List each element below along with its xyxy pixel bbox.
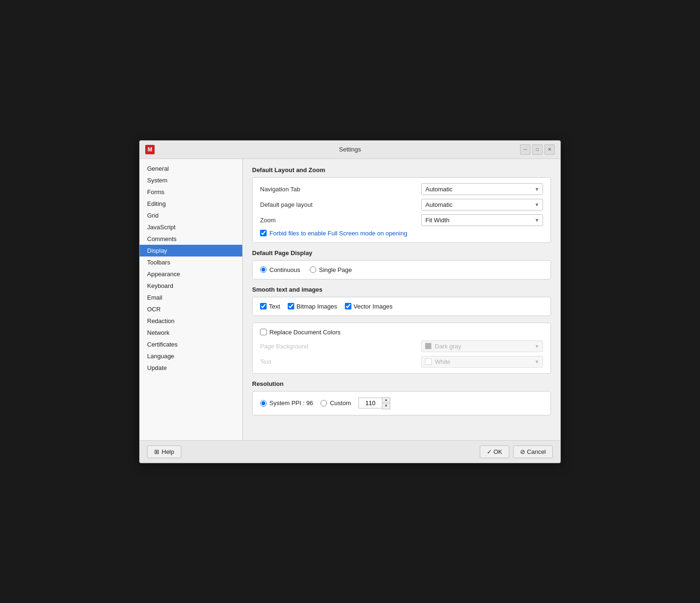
- smooth-text-option: Text: [260, 303, 280, 310]
- page-display-section: Continuous Single Page: [252, 260, 551, 279]
- single-page-radio[interactable]: [310, 266, 316, 273]
- sidebar-item-grid[interactable]: Grid: [140, 210, 242, 221]
- single-page-option: Single Page: [310, 266, 352, 273]
- page-bg-select[interactable]: Dark gray White Black Custom: [421, 340, 543, 352]
- smooth-bitmap-label[interactable]: Bitmap Images: [297, 303, 337, 310]
- system-ppi-radio[interactable]: [260, 400, 267, 407]
- ok-button[interactable]: ✓ OK: [480, 445, 509, 458]
- custom-spinbox: ▲ ▼: [358, 397, 390, 409]
- page-bg-label: Page Background: [260, 343, 308, 350]
- sidebar-item-language[interactable]: Language: [140, 350, 242, 362]
- custom-value-input[interactable]: [358, 398, 382, 408]
- fullscreen-label[interactable]: Forbid files to enable Full Screen mode …: [269, 230, 407, 237]
- smooth-bitmap-checkbox[interactable]: [288, 303, 294, 309]
- text-color-chevron-icon: ▼: [535, 359, 539, 364]
- zoom-label: Zoom: [260, 217, 276, 224]
- smooth-text-checkbox[interactable]: [260, 303, 267, 309]
- footer-left: ⊞ Help: [147, 445, 181, 458]
- minimize-button[interactable]: ─: [520, 144, 530, 155]
- sidebar: General System Forms Editing Grid JavaSc…: [140, 159, 243, 440]
- sidebar-item-email[interactable]: Email: [140, 292, 242, 303]
- sidebar-item-javascript[interactable]: JavaScript: [140, 221, 242, 233]
- nav-tab-row: Navigation Tab Automatic Bookmarks Pages…: [260, 183, 543, 195]
- smooth-options-row: Text Bitmap Images Vector Images: [260, 303, 543, 310]
- custom-label[interactable]: Custom: [330, 399, 351, 407]
- sidebar-item-appearance[interactable]: Appearance: [140, 268, 242, 280]
- close-button[interactable]: ✕: [544, 144, 555, 155]
- smooth-vector-option: Vector Images: [345, 303, 393, 310]
- replace-colors-checkbox[interactable]: [260, 329, 267, 335]
- zoom-select[interactable]: Fit Width Fit Page Actual Size 50% 75% 1…: [421, 214, 543, 226]
- sidebar-item-display[interactable]: Display: [140, 245, 242, 256]
- titlebar-left: M: [145, 145, 155, 154]
- sidebar-item-forms[interactable]: Forms: [140, 186, 242, 198]
- content-area: General System Forms Editing Grid JavaSc…: [140, 159, 560, 440]
- layout-zoom-title: Default Layout and Zoom: [252, 166, 551, 173]
- system-ppi-label[interactable]: System PPI : 96: [269, 399, 313, 407]
- spin-down-button[interactable]: ▼: [382, 403, 390, 409]
- custom-radio[interactable]: [320, 400, 327, 407]
- nav-tab-select-wrapper: Automatic Bookmarks Pages Attachments ▼: [421, 183, 543, 195]
- page-display-title: Default Page Display: [252, 249, 551, 256]
- custom-ppi-option: Custom: [320, 399, 351, 407]
- sidebar-item-general[interactable]: General: [140, 163, 242, 174]
- page-display-radio-row: Continuous Single Page: [260, 266, 543, 273]
- page-bg-chevron-icon: ▼: [535, 344, 539, 349]
- fullscreen-checkbox[interactable]: [260, 230, 267, 236]
- smooth-vector-label[interactable]: Vector Images: [354, 303, 393, 310]
- page-bg-swatch: [425, 343, 432, 349]
- nav-tab-select[interactable]: Automatic Bookmarks Pages Attachments: [421, 183, 543, 195]
- titlebar-controls: ─ □ ✕: [520, 144, 555, 155]
- help-icon: ⊞: [154, 448, 159, 455]
- maximize-button[interactable]: □: [532, 144, 543, 155]
- smooth-section: Text Bitmap Images Vector Images: [252, 297, 551, 316]
- sidebar-item-network[interactable]: Network: [140, 327, 242, 339]
- text-color-row: Text White Black Custom ▼: [260, 356, 543, 368]
- continuous-option: Continuous: [260, 266, 300, 273]
- text-color-label: Text: [260, 358, 271, 365]
- zoom-select-wrapper: Fit Width Fit Page Actual Size 50% 75% 1…: [421, 214, 543, 226]
- sidebar-item-system[interactable]: System: [140, 174, 242, 186]
- replace-colors-label[interactable]: Replace Document Colors: [269, 329, 341, 336]
- replace-colors-section: Replace Document Colors Page Background …: [252, 323, 551, 374]
- sidebar-item-editing[interactable]: Editing: [140, 198, 242, 210]
- smooth-title: Smooth text and images: [252, 286, 551, 293]
- page-layout-select[interactable]: Automatic Single Page Continuous Facing: [421, 199, 543, 211]
- system-ppi-option: System PPI : 96: [260, 399, 313, 407]
- settings-window: M Settings ─ □ ✕ General System Forms Ed…: [139, 140, 561, 463]
- text-color-swatch: [425, 358, 432, 365]
- page-bg-color-row: Page Background Dark gray White Black Cu…: [260, 340, 543, 352]
- layout-zoom-section: Navigation Tab Automatic Bookmarks Pages…: [252, 177, 551, 243]
- continuous-radio[interactable]: [260, 266, 267, 273]
- help-label: Help: [162, 448, 174, 455]
- sidebar-item-redaction[interactable]: Redaction: [140, 315, 242, 327]
- fullscreen-row: Forbid files to enable Full Screen mode …: [260, 230, 543, 237]
- page-layout-label: Default page layout: [260, 201, 313, 208]
- continuous-label[interactable]: Continuous: [269, 266, 300, 273]
- sidebar-item-toolbars[interactable]: Toolbars: [140, 256, 242, 268]
- help-button[interactable]: ⊞ Help: [147, 445, 181, 458]
- smooth-bitmap-option: Bitmap Images: [288, 303, 337, 310]
- main-content: Default Layout and Zoom Navigation Tab A…: [243, 159, 560, 440]
- sidebar-item-comments[interactable]: Comments: [140, 233, 242, 245]
- cancel-button[interactable]: ⊘ Cancel: [513, 445, 553, 458]
- smooth-vector-checkbox[interactable]: [345, 303, 351, 309]
- resolution-title: Resolution: [252, 380, 551, 387]
- single-page-label[interactable]: Single Page: [319, 266, 352, 273]
- replace-colors-header: Replace Document Colors: [260, 329, 543, 336]
- window-title: Settings: [339, 146, 361, 153]
- page-layout-row: Default page layout Automatic Single Pag…: [260, 199, 543, 211]
- sidebar-item-ocr[interactable]: OCR: [140, 303, 242, 315]
- resolution-options-row: System PPI : 96 Custom ▲ ▼: [260, 397, 543, 409]
- sidebar-item-certificates[interactable]: Certificates: [140, 339, 242, 350]
- spin-buttons: ▲ ▼: [382, 397, 390, 409]
- color-fields-wrapper: Page Background Dark gray White Black Cu…: [260, 340, 543, 368]
- resolution-section: System PPI : 96 Custom ▲ ▼: [252, 391, 551, 415]
- spin-up-button[interactable]: ▲: [382, 398, 390, 403]
- smooth-text-label[interactable]: Text: [269, 303, 280, 310]
- nav-tab-label: Navigation Tab: [260, 186, 300, 193]
- sidebar-item-keyboard[interactable]: Keyboard: [140, 280, 242, 292]
- titlebar: M Settings ─ □ ✕: [140, 141, 560, 159]
- sidebar-item-update[interactable]: Update: [140, 362, 242, 374]
- text-color-select[interactable]: White Black Custom: [421, 356, 543, 368]
